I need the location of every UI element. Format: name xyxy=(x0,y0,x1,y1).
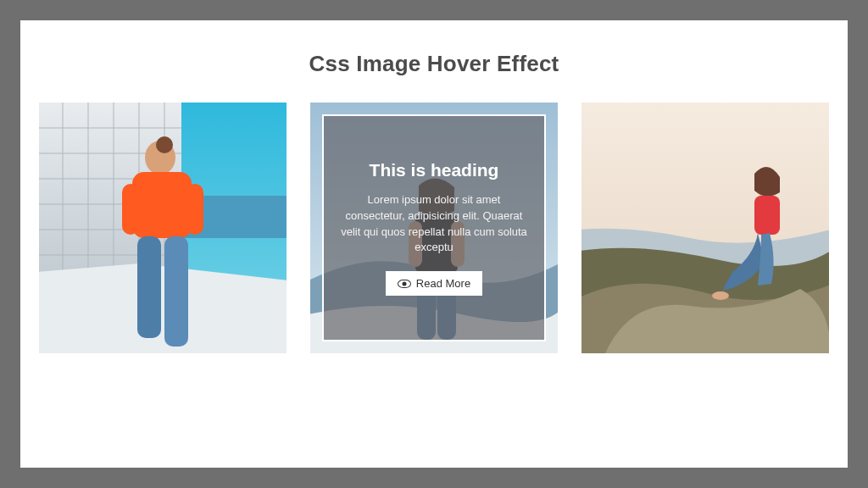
overlay-body: Lorem ipsum dolor sit amet consectetur, … xyxy=(341,192,527,256)
page-canvas: Css Image Hover Effect xyxy=(20,20,848,468)
card-image xyxy=(581,103,829,353)
image-card[interactable]: This is heading Lorem ipsum dolor sit am… xyxy=(39,103,287,353)
svg-rect-18 xyxy=(137,236,161,338)
read-more-button[interactable]: Read More xyxy=(386,271,482,296)
svg-rect-21 xyxy=(186,184,203,235)
svg-rect-19 xyxy=(164,236,188,347)
card-row: This is heading Lorem ipsum dolor sit am… xyxy=(39,103,829,353)
svg-point-16 xyxy=(156,136,173,153)
svg-rect-20 xyxy=(122,184,139,235)
svg-rect-17 xyxy=(132,172,192,238)
page-title: Css Image Hover Effect xyxy=(309,51,559,77)
hover-overlay: This is heading Lorem ipsum dolor sit am… xyxy=(322,114,546,341)
svg-rect-31 xyxy=(754,196,780,235)
card-image xyxy=(39,103,287,353)
read-more-label: Read More xyxy=(416,277,470,290)
image-card[interactable]: This is heading Lorem ipsum dolor sit am… xyxy=(310,103,558,353)
image-card[interactable]: This is heading Lorem ipsum dolor sit am… xyxy=(581,103,829,353)
svg-point-32 xyxy=(712,291,729,300)
eye-icon xyxy=(398,280,411,288)
overlay-heading: This is heading xyxy=(370,160,499,180)
svg-marker-14 xyxy=(39,263,287,353)
